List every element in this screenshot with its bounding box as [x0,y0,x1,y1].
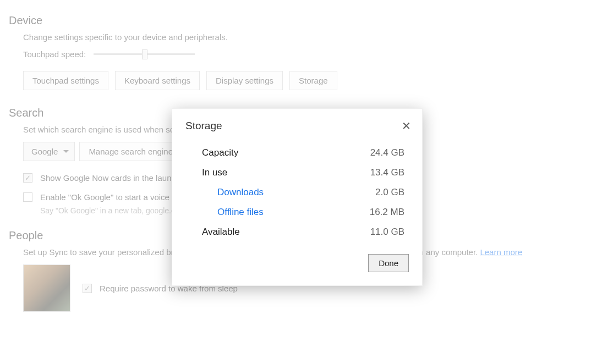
touchpad-speed-label: Touchpad speed: [23,49,86,59]
search-engine-select[interactable]: Google [23,142,75,161]
storage-row-offline: Offline files 16.2 MB [202,207,404,218]
checkbox-checked-icon[interactable]: ✓ [83,284,92,293]
storage-modal: Storage ✕ Capacity 24.4 GB In use 13.4 G… [172,108,423,286]
storage-row-in-use: In use 13.4 GB [202,167,404,178]
checkbox-unchecked-icon[interactable] [23,192,32,202]
device-buttons-row: Touchpad settings Keyboard settings Disp… [23,71,602,90]
capacity-label: Capacity [202,147,238,158]
checkbox-checked-icon[interactable]: ✓ [23,173,32,183]
storage-row-available: Available 11.0 GB [202,227,404,238]
close-button[interactable]: ✕ [400,120,412,132]
available-value: 11.0 GB [370,227,404,238]
offline-files-link[interactable]: Offline files [217,207,264,218]
modal-header: Storage ✕ [172,109,422,134]
offline-files-value: 16.2 MB [370,207,404,218]
learn-more-link[interactable]: Learn more [480,247,522,257]
done-button[interactable]: Done [368,254,409,272]
storage-row-capacity: Capacity 24.4 GB [202,147,404,158]
modal-footer: Done [172,251,422,285]
manage-search-engines-button[interactable]: Manage search engines [79,142,186,161]
modal-title: Storage [185,120,222,132]
downloads-value: 2.0 GB [375,187,404,198]
close-icon: ✕ [402,120,411,131]
display-settings-button[interactable]: Display settings [206,71,283,90]
touchpad-speed-row: Touchpad speed: [23,49,602,59]
device-heading: Device [9,14,602,27]
search-engine-selected: Google [31,147,58,156]
capacity-value: 24.4 GB [370,147,404,158]
modal-body: Capacity 24.4 GB In use 13.4 GB Download… [172,134,422,251]
avatar[interactable] [23,264,70,312]
keyboard-settings-button[interactable]: Keyboard settings [115,71,200,90]
storage-row-downloads: Downloads 2.0 GB [202,187,404,198]
available-label: Available [202,227,240,238]
show-google-now-label: Show Google Now cards in the launcher [40,173,188,183]
device-description: Change settings specific to your device … [23,32,602,42]
downloads-link[interactable]: Downloads [217,187,264,198]
touchpad-speed-slider[interactable] [94,53,195,55]
in-use-value: 13.4 GB [370,167,404,178]
slider-thumb-icon[interactable] [142,49,147,59]
touchpad-settings-button[interactable]: Touchpad settings [23,71,108,90]
chevron-down-icon [63,150,69,153]
storage-button[interactable]: Storage [289,71,337,90]
in-use-label: In use [202,167,227,178]
